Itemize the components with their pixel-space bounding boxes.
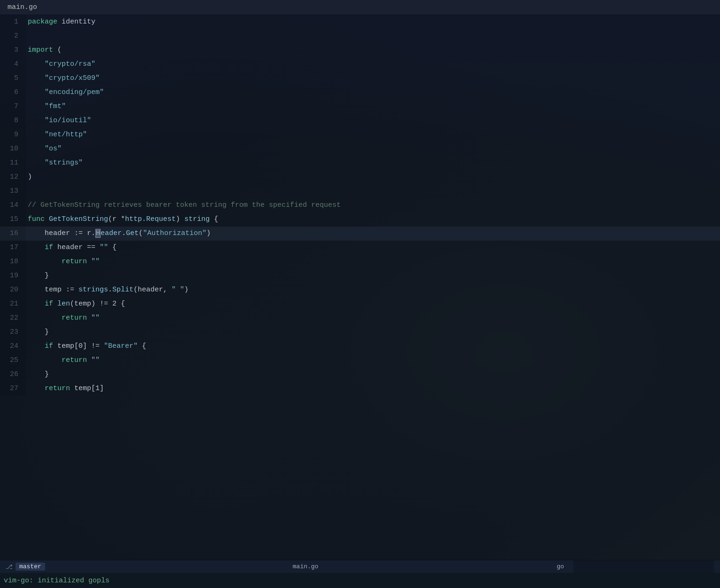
- code-line-27: 27 return temp[1]: [0, 382, 720, 396]
- line-code-15: func GetTokenString(r *http.Request) str…: [26, 212, 720, 227]
- line-num-17: 17: [0, 241, 26, 255]
- line-num-10: 10: [0, 142, 26, 156]
- line-code-6: "encoding/pem": [26, 86, 720, 100]
- message-bar: vim-go: initialized gopls: [0, 573, 720, 588]
- editor-container: main.go 1 package identity 2 3 import ( …: [0, 0, 720, 588]
- line-code-16: header := r.Header.Get("Authorization"): [26, 227, 720, 241]
- code-line-13: 13: [0, 184, 720, 198]
- code-line-21: 21 if len(temp) != 2 {: [0, 297, 720, 311]
- code-line-23: 23 }: [0, 325, 720, 339]
- code-line-16: 16 header := r.Header.Get("Authorization…: [0, 227, 720, 241]
- code-line-6: 6 "encoding/pem": [0, 86, 720, 100]
- line-num-11: 11: [0, 156, 26, 170]
- line-num-15: 15: [0, 212, 26, 227]
- line-num-2: 2: [0, 29, 26, 43]
- title-bar: main.go: [0, 0, 720, 15]
- code-line-26: 26 }: [0, 368, 720, 382]
- line-num-9: 9: [0, 128, 26, 142]
- status-filename: main.go: [55, 563, 557, 570]
- line-num-19: 19: [0, 269, 26, 283]
- status-right-area: [573, 560, 714, 573]
- code-line-18: 18 return "": [0, 255, 720, 269]
- code-line-5: 5 "crypto/x509": [0, 71, 720, 86]
- line-code-11: "strings": [26, 156, 720, 170]
- title-bar-filename: main.go: [8, 3, 37, 11]
- code-line-25: 25 return "": [0, 353, 720, 368]
- code-line-7: 7 "fmt": [0, 100, 720, 114]
- code-line-22: 22 return "": [0, 311, 720, 325]
- line-num-4: 4: [0, 57, 26, 71]
- line-code-20: temp := strings.Split(header, " "): [26, 283, 720, 297]
- line-num-12: 12: [0, 170, 26, 184]
- line-num-21: 21: [0, 297, 26, 311]
- line-num-1: 1: [0, 15, 26, 29]
- line-code-3: import (: [26, 43, 720, 57]
- code-line-12: 12 ): [0, 170, 720, 184]
- code-line-2: 2: [0, 29, 720, 43]
- line-num-27: 27: [0, 382, 26, 396]
- line-num-23: 23: [0, 325, 26, 339]
- line-num-24: 24: [0, 339, 26, 353]
- line-code-24: if temp[0] != "Bearer" {: [26, 339, 720, 353]
- status-filetype: go: [556, 563, 564, 570]
- line-code-19: }: [26, 269, 720, 283]
- line-num-13: 13: [0, 184, 26, 198]
- status-bar: ⎇ master main.go go: [0, 560, 720, 573]
- code-line-24: 24 if temp[0] != "Bearer" {: [0, 339, 720, 353]
- code-line-10: 10 "os": [0, 142, 720, 156]
- branch-name: master: [16, 563, 45, 571]
- line-num-22: 22: [0, 311, 26, 325]
- line-code-5: "crypto/x509": [26, 71, 720, 86]
- code-line-9: 9 "net/http": [0, 128, 720, 142]
- line-num-8: 8: [0, 114, 26, 128]
- code-line-11: 11 "strings": [0, 156, 720, 170]
- code-line-14: 14 // GetTokenString retrieves bearer to…: [0, 198, 720, 212]
- line-num-26: 26: [0, 368, 26, 382]
- code-line-17: 17 if header == "" {: [0, 241, 720, 255]
- line-num-3: 3: [0, 43, 26, 57]
- line-code-26: }: [26, 368, 720, 382]
- line-num-18: 18: [0, 255, 26, 269]
- line-num-20: 20: [0, 283, 26, 297]
- line-code-25: return "": [26, 353, 720, 368]
- line-code-12: ): [26, 170, 720, 184]
- code-line-8: 8 "io/ioutil": [0, 114, 720, 128]
- code-line-3: 3 import (: [0, 43, 720, 57]
- line-code-10: "os": [26, 142, 720, 156]
- code-line-20: 20 temp := strings.Split(header, " "): [0, 283, 720, 297]
- line-num-6: 6: [0, 86, 26, 100]
- line-num-7: 7: [0, 100, 26, 114]
- cursor-position: H: [95, 229, 101, 238]
- code-line-19: 19 }: [0, 269, 720, 283]
- code-line-1: 1 package identity: [0, 15, 720, 29]
- line-num-25: 25: [0, 353, 26, 368]
- code-line-15: 15 func GetTokenString(r *http.Request) …: [0, 212, 720, 227]
- line-code-9: "net/http": [26, 128, 720, 142]
- line-code-22: return "": [26, 311, 720, 325]
- line-num-5: 5: [0, 71, 26, 86]
- line-code-1: package identity: [26, 15, 720, 29]
- line-code-7: "fmt": [26, 100, 720, 114]
- code-area[interactable]: 1 package identity 2 3 import ( 4 "crypt…: [0, 15, 720, 560]
- code-line-4: 4 "crypto/rsa": [0, 57, 720, 71]
- message-text: vim-go: initialized gopls: [4, 577, 110, 585]
- line-code-13: [26, 184, 720, 198]
- code-content: 1 package identity 2 3 import ( 4 "crypt…: [0, 15, 720, 396]
- line-code-18: return "": [26, 255, 720, 269]
- line-code-8: "io/ioutil": [26, 114, 720, 128]
- line-code-14: // GetTokenString retrieves bearer token…: [26, 198, 720, 212]
- line-num-14: 14: [0, 198, 26, 212]
- status-branch: ⎇ master: [6, 563, 45, 571]
- branch-icon: ⎇: [6, 563, 13, 571]
- line-num-16: 16: [0, 227, 26, 241]
- line-code-27: return temp[1]: [26, 382, 720, 396]
- line-code-2: [26, 29, 720, 43]
- line-code-17: if header == "" {: [26, 241, 720, 255]
- line-code-21: if len(temp) != 2 {: [26, 297, 720, 311]
- line-code-23: }: [26, 325, 720, 339]
- line-code-4: "crypto/rsa": [26, 57, 720, 71]
